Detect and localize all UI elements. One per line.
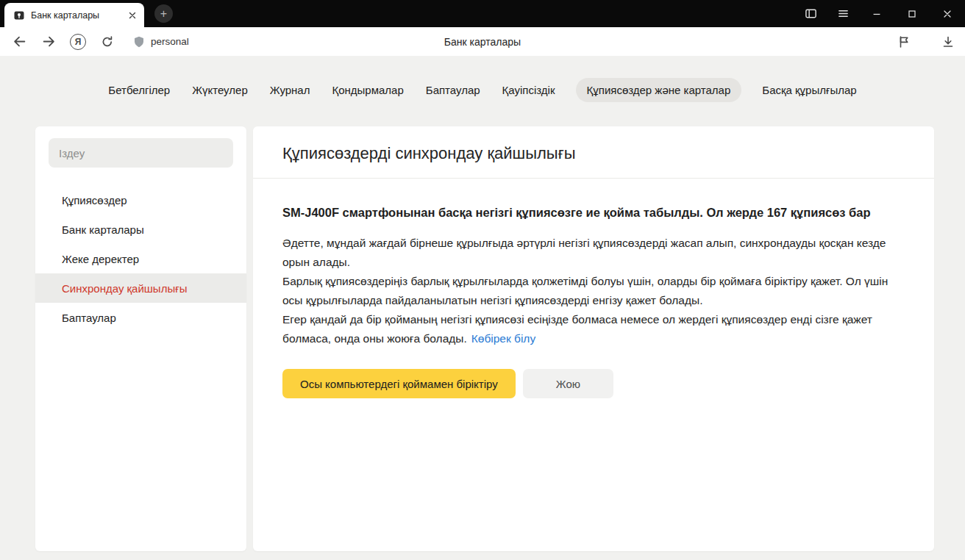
browser-tab[interactable]: Банк карталары (4, 3, 144, 27)
delete-button[interactable]: Жою (523, 369, 613, 398)
tab-close-icon[interactable] (125, 8, 140, 23)
action-buttons: Осы компьютердегі қоймамен біріктіру Жою (282, 369, 905, 398)
conflict-paragraph-2: Барлық құпиясөздеріңіз барлық құрылғылар… (282, 272, 894, 310)
refresh-icon[interactable] (93, 27, 122, 56)
close-window-icon[interactable] (930, 0, 965, 27)
settings-tabs: Бетбелгілер Жүктеулер Журнал Қондырмалар… (0, 78, 965, 102)
tab-extensions[interactable]: Қондырмалар (330, 78, 405, 102)
maximize-icon[interactable] (894, 0, 930, 27)
profile-label: personal (151, 36, 189, 47)
sidebar-item-sync-conflict[interactable]: Синхрондау қайшылығы (35, 273, 246, 303)
browser-tab-bar: Банк карталары + (0, 0, 965, 27)
conflict-text-block: SM-J400F смартфонынан басқа негізгі құпи… (282, 203, 894, 348)
conflict-paragraph-3-text: Егер қандай да бір қойманың негізгі құпи… (282, 313, 872, 345)
conflict-paragraph-3: Егер қандай да бір қойманың негізгі құпи… (282, 310, 894, 348)
page-title: Банк карталары (444, 36, 521, 48)
menu-icon[interactable] (827, 0, 859, 27)
sidebar-item-passwords[interactable]: Құпиясөздер (35, 185, 246, 215)
main-panel: Құпиясөздерді синхрондау қайшылығы SM-J4… (253, 126, 934, 551)
sidebar-item-settings[interactable]: Баптаулар (35, 303, 246, 332)
yandex-letter: Я (75, 37, 82, 47)
tab-bookmarks[interactable]: Бетбелгілер (107, 78, 171, 102)
tab-settings[interactable]: Баптаулар (424, 78, 482, 102)
back-icon[interactable] (4, 27, 34, 56)
tab-history[interactable]: Журнал (268, 78, 312, 102)
plus-icon: + (160, 8, 167, 20)
tab-favicon-passwords-icon (13, 10, 25, 21)
main-header: Құпиясөздерді синхрондау қайшылығы (253, 126, 934, 163)
merge-storage-button[interactable]: Осы компьютердегі қоймамен біріктіру (282, 369, 516, 398)
search-input[interactable] (49, 138, 233, 168)
bookmark-flag-icon[interactable] (891, 27, 916, 56)
learn-more-link[interactable]: Көбірек білу (471, 332, 535, 345)
sidebar-item-bank-cards[interactable]: Банк карталары (35, 215, 246, 244)
sidebar-list: Құпиясөздер Банк карталары Жеке деректер… (35, 185, 246, 332)
main-body: SM-J400F смартфонынан басқа негізгі құпи… (253, 179, 934, 398)
sidebar: Құпиясөздер Банк карталары Жеке деректер… (35, 126, 246, 551)
conflict-paragraph-1: Әдетте, мұндай жағдай бірнеше құрылғыда … (282, 234, 894, 272)
minimize-icon[interactable] (859, 0, 894, 27)
nav-left-group: Я personal (4, 27, 189, 56)
nav-right-group (891, 27, 961, 56)
new-tab-button[interactable]: + (154, 4, 173, 23)
side-panel-icon[interactable] (794, 0, 827, 27)
tab-passwords-and-cards[interactable]: Құпиясөздер және карталар (576, 78, 742, 102)
download-icon[interactable] (936, 27, 961, 56)
window-controls (794, 0, 965, 27)
sidebar-item-personal-data[interactable]: Жеке деректер (35, 244, 246, 273)
tab-other-devices[interactable]: Басқа құрылғылар (761, 78, 858, 102)
protect-shield-icon (132, 35, 146, 49)
conflict-title: SM-J400F смартфонынан басқа негізгі құпи… (282, 203, 894, 222)
tab-downloads[interactable]: Жүктеулер (190, 78, 249, 102)
profile-chip[interactable]: personal (132, 35, 189, 49)
tab-security[interactable]: Қауіпсіздік (501, 78, 557, 102)
yandex-logo-icon[interactable]: Я (70, 34, 86, 50)
forward-icon[interactable] (34, 27, 63, 56)
tab-title: Банк карталары (31, 10, 125, 21)
main-heading: Құпиясөздерді синхрондау қайшылығы (282, 144, 905, 163)
navigation-bar: Я personal Банк карталары (0, 27, 965, 56)
